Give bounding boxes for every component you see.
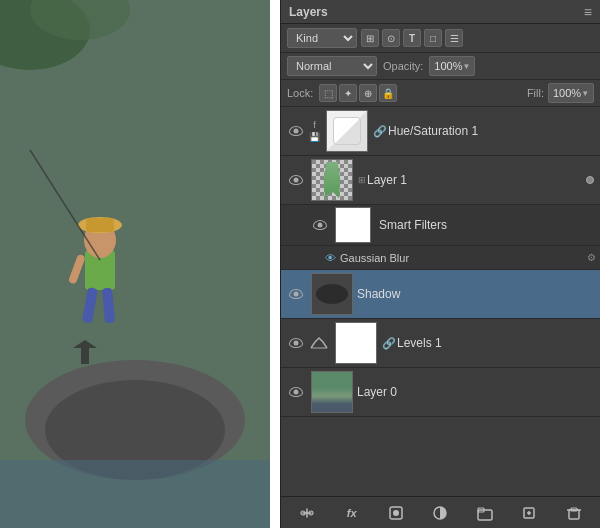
filter-icons: ⊞ ⊙ T □ ☰ (361, 29, 463, 47)
layer-name-levels1: Levels 1 (397, 336, 596, 350)
new-layer-button[interactable] (517, 501, 541, 525)
shape-filter-icon[interactable]: □ (424, 29, 442, 47)
type-filter-icon[interactable]: T (403, 29, 421, 47)
fill-value[interactable]: 100% ▼ (548, 83, 594, 103)
opacity-value[interactable]: 100% ▼ (429, 56, 475, 76)
delete-layer-button[interactable] (562, 501, 586, 525)
layer-row-layer1[interactable]: ⊞ Layer 1 (281, 156, 600, 205)
link-layers-button[interactable] (295, 501, 319, 525)
lock-icons: ⬚ ✦ ⊕ 🔒 (319, 84, 397, 102)
lock-position-icon[interactable]: ✦ (339, 84, 357, 102)
adjustment-filter-icon[interactable]: ⊙ (382, 29, 400, 47)
lock-artboard-icon[interactable]: ⊕ (359, 84, 377, 102)
eye-col-levels1[interactable] (285, 338, 307, 348)
smart-filters-row: Smart Filters (281, 205, 600, 246)
panel-header: Layers ≡ (281, 0, 600, 24)
visibility-icon-smart-filters[interactable] (313, 220, 327, 230)
scroll-indicator (586, 176, 594, 184)
eye-col-shadow[interactable] (285, 289, 307, 299)
lock-label: Lock: (287, 87, 313, 99)
kind-select[interactable]: Kind (287, 28, 357, 48)
gaussian-eye-icon[interactable]: 👁 (325, 252, 336, 264)
eye-col-hue-saturation[interactable] (285, 126, 307, 136)
fill-dropdown-arrow: ▼ (581, 89, 589, 98)
svg-rect-9 (86, 218, 114, 232)
eye-col-smart-filters[interactable] (309, 220, 331, 230)
layer-row-levels1[interactable]: 🔗 Levels 1 (281, 319, 600, 368)
visibility-icon-levels1[interactable] (289, 338, 303, 348)
blend-mode-select[interactable]: Normal (287, 56, 377, 76)
adj-extra-icon-f: f (313, 120, 316, 130)
svg-rect-5 (0, 460, 270, 528)
svg-point-20 (393, 510, 399, 516)
blend-opacity-row: Normal Opacity: 100% ▼ (281, 53, 600, 80)
lock-all-icon[interactable]: 🔒 (379, 84, 397, 102)
background-photo (0, 0, 270, 528)
panel-menu-icon[interactable]: ≡ (584, 4, 592, 20)
visibility-icon-hue-saturation[interactable] (289, 126, 303, 136)
thumbnail-smart-filters (335, 207, 371, 243)
thumbnail-layer1 (311, 159, 353, 201)
fill-section: Fill: 100% ▼ (527, 83, 594, 103)
layer-name-shadow: Shadow (357, 287, 596, 301)
opacity-dropdown-arrow: ▼ (463, 62, 471, 71)
eye-col-layer0[interactable] (285, 387, 307, 397)
thumbnail-shadow (311, 273, 353, 315)
smart-filter-icon[interactable]: ☰ (445, 29, 463, 47)
visibility-icon-layer0[interactable] (289, 387, 303, 397)
add-mask-button[interactable] (384, 501, 408, 525)
visibility-icon-layer1[interactable] (289, 175, 303, 185)
lock-pixels-icon[interactable]: ⬚ (319, 84, 337, 102)
fx-label: fx (347, 507, 357, 519)
layer-row-shadow[interactable]: Shadow (281, 270, 600, 319)
chain-icon-levels1: 🔗 (382, 337, 396, 350)
adj-extra-icon-save: 💾 (309, 132, 320, 142)
layers-panel: Layers ≡ Kind ⊞ ⊙ T □ ☰ Normal Opacity: … (280, 0, 600, 528)
chain-icon-hue-saturation: 🔗 (373, 125, 387, 138)
bottom-toolbar: fx (281, 496, 600, 528)
thumbnail-hue-saturation (326, 110, 368, 152)
layer-name-smart-filters: Smart Filters (375, 218, 596, 232)
layer-name-layer1: Layer 1 (367, 173, 596, 187)
layers-list[interactable]: f 💾 🔗 Hue/Saturation 1 ⊞ Layer 1 (281, 107, 600, 496)
eye-col-layer1[interactable] (285, 175, 307, 185)
gaussian-blur-label: Gaussian Blur (340, 252, 409, 264)
opacity-label: Opacity: (383, 60, 423, 72)
new-adjustment-button[interactable] (428, 501, 452, 525)
fill-label: Fill: (527, 87, 544, 99)
layer-name-layer0: Layer 0 (357, 385, 596, 399)
levels-adj-icon (309, 333, 329, 353)
kind-filter-row: Kind ⊞ ⊙ T □ ☰ (281, 24, 600, 53)
smart-object-badge: ⊞ (358, 175, 366, 185)
add-fx-button[interactable]: fx (340, 501, 364, 525)
new-group-button[interactable] (473, 501, 497, 525)
layer-row-layer0[interactable]: Layer 0 (281, 368, 600, 417)
pixel-filter-icon[interactable]: ⊞ (361, 29, 379, 47)
lock-fill-row: Lock: ⬚ ✦ ⊕ 🔒 Fill: 100% ▼ (281, 80, 600, 107)
thumbnail-levels1 (335, 322, 377, 364)
svg-rect-15 (310, 334, 328, 352)
thumbnail-layer0 (311, 371, 353, 413)
gaussian-settings-icon[interactable]: ⚙ (587, 252, 596, 263)
layer-row-hue-saturation[interactable]: f 💾 🔗 Hue/Saturation 1 (281, 107, 600, 156)
visibility-icon-shadow[interactable] (289, 289, 303, 299)
panel-title: Layers (289, 5, 328, 19)
layer-name-hue-saturation: Hue/Saturation 1 (388, 124, 596, 138)
gaussian-blur-row[interactable]: 👁 Gaussian Blur ⚙ (281, 246, 600, 270)
